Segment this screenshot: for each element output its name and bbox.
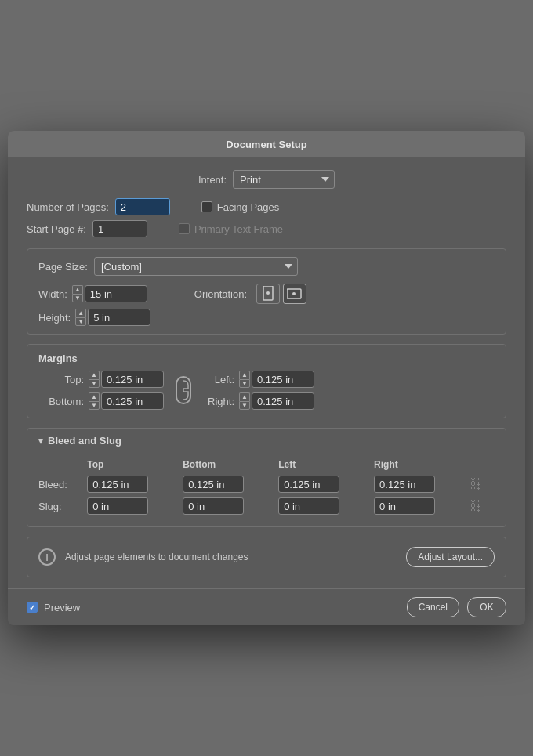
ok-button[interactable]: OK <box>467 597 506 617</box>
facing-pages-checkbox[interactable] <box>201 201 212 212</box>
adjust-layout-section: i Adjust page elements to document chang… <box>27 537 506 577</box>
dialog-footer: Preview Cancel OK <box>8 588 525 625</box>
portrait-orientation-btn[interactable] <box>256 284 280 304</box>
bleed-chain-header <box>470 456 495 473</box>
margin-left-spinner[interactable]: ▲ ▼ <box>239 371 314 388</box>
info-icon: i <box>38 548 56 566</box>
margin-left-input[interactable] <box>252 371 314 388</box>
width-up-arrow[interactable]: ▲ <box>72 285 83 294</box>
adjust-layout-button[interactable]: Adjust Layout... <box>406 547 495 567</box>
bleed-label: Bleed: <box>38 473 87 495</box>
margin-top-spinner-buttons[interactable]: ▲ ▼ <box>89 371 100 388</box>
intent-select[interactable]: Print Web Mobile <box>233 170 335 189</box>
margin-bottom-down-arrow[interactable]: ▼ <box>89 401 100 410</box>
margins-title: Margins <box>38 353 495 364</box>
margin-bottom-label: Bottom: <box>38 396 84 407</box>
slug-top-cell[interactable] <box>87 495 183 517</box>
margin-left-down-arrow[interactable]: ▼ <box>239 379 250 388</box>
width-down-arrow[interactable]: ▼ <box>72 294 83 302</box>
adjust-layout-text: Adjust page elements to document changes <box>65 551 397 564</box>
bleed-right-cell[interactable] <box>374 473 470 495</box>
margin-right-label: Right: <box>203 396 234 407</box>
primary-text-checkbox[interactable] <box>179 223 190 234</box>
intent-select-wrap[interactable]: Print Web Mobile <box>233 170 335 189</box>
bleed-left-input[interactable] <box>278 476 339 493</box>
slug-chain-icon[interactable]: ⛓ <box>470 499 482 512</box>
start-page-label: Start Page #: <box>27 223 86 235</box>
bleed-row-header-empty <box>38 456 87 473</box>
margin-top-down-arrow[interactable]: ▼ <box>89 379 100 388</box>
slug-bottom-cell[interactable] <box>183 495 278 517</box>
margin-top-up-arrow[interactable]: ▲ <box>89 371 100 379</box>
bleed-slug-chevron: ▾ <box>38 436 43 447</box>
footer-left: Preview <box>27 602 407 613</box>
margin-top-input[interactable] <box>101 371 164 388</box>
bleed-right-input[interactable] <box>374 476 435 493</box>
width-spinner-buttons[interactable]: ▲ ▼ <box>72 285 83 302</box>
slug-label: Slug: <box>38 495 87 517</box>
width-label: Width: <box>38 288 67 300</box>
height-input[interactable] <box>88 309 150 326</box>
bleed-bottom-input[interactable] <box>183 476 244 493</box>
margin-right-input[interactable] <box>252 392 314 410</box>
margin-bottom-input[interactable] <box>101 392 164 410</box>
landscape-icon <box>287 288 303 300</box>
width-spinner[interactable]: ▲ ▼ <box>72 285 147 302</box>
margin-top-spinner[interactable]: ▲ ▼ <box>89 371 164 388</box>
dialog-title: Document Setup <box>8 131 525 157</box>
start-page-input[interactable] <box>92 220 147 237</box>
bleed-top-cell[interactable] <box>87 473 183 495</box>
primary-text-wrap: Primary Text Frame <box>179 223 283 235</box>
margin-right-spinner[interactable]: ▲ ▼ <box>239 392 314 410</box>
slug-bottom-input[interactable] <box>183 497 244 515</box>
bleed-chain-cell[interactable]: ⛓ <box>470 473 495 495</box>
document-setup-dialog: Document Setup Intent: Print Web Mobile … <box>8 131 525 625</box>
preview-label: Preview <box>44 602 80 613</box>
margin-bottom-up-arrow[interactable]: ▲ <box>89 392 100 401</box>
page-size-label: Page Size: <box>38 261 88 273</box>
slug-right-cell[interactable] <box>374 495 470 517</box>
bleed-bottom-cell[interactable] <box>183 473 278 495</box>
landscape-orientation-btn[interactable] <box>283 284 306 304</box>
slug-top-input[interactable] <box>87 497 148 515</box>
margin-right-up-arrow[interactable]: ▲ <box>239 392 250 401</box>
margin-top-label: Top: <box>38 374 84 385</box>
width-input[interactable] <box>85 285 147 302</box>
preview-checkbox[interactable] <box>27 602 38 613</box>
bleed-col-left: Left <box>278 456 374 473</box>
portrait-icon <box>262 286 274 302</box>
link-icon <box>176 376 191 404</box>
bleed-slug-content: Top Bottom Left Right Bleed: <box>27 453 506 526</box>
margins-link-button[interactable] <box>173 373 194 407</box>
bleed-chain-icon[interactable]: ⛓ <box>470 477 482 490</box>
margin-bottom-spinner-buttons[interactable]: ▲ ▼ <box>89 392 100 410</box>
slug-left-cell[interactable] <box>278 495 374 517</box>
bleed-slug-title: Bleed and Slug <box>48 435 121 447</box>
margin-right-down-arrow[interactable]: ▼ <box>239 401 250 410</box>
height-down-arrow[interactable]: ▼ <box>75 317 86 326</box>
svg-point-3 <box>292 292 296 295</box>
bleed-left-cell[interactable] <box>278 473 374 495</box>
margin-bottom-spinner[interactable]: ▲ ▼ <box>89 392 164 410</box>
margin-left-spinner-buttons[interactable]: ▲ ▼ <box>239 371 250 388</box>
bleed-slug-header[interactable]: ▾ Bleed and Slug <box>27 429 506 453</box>
slug-left-input[interactable] <box>278 497 339 515</box>
slug-chain-cell[interactable]: ⛓ <box>470 495 495 517</box>
slug-right-input[interactable] <box>374 497 435 515</box>
height-up-arrow[interactable]: ▲ <box>75 309 86 317</box>
margin-left-up-arrow[interactable]: ▲ <box>239 371 250 379</box>
margin-left-label: Left: <box>203 374 234 385</box>
bleed-col-top: Top <box>87 456 183 473</box>
orientation-label: Orientation: <box>194 288 247 300</box>
height-spinner-buttons[interactable]: ▲ ▼ <box>75 309 86 326</box>
facing-pages-wrap: Facing Pages <box>201 201 280 213</box>
bleed-col-right: Right <box>374 456 470 473</box>
page-size-select[interactable]: [Custom] Letter Legal A4 A3 Tabloid <box>94 257 298 276</box>
bleed-top-input[interactable] <box>87 476 148 493</box>
bleed-row: Bleed: <box>38 473 495 495</box>
number-pages-input[interactable] <box>115 198 170 215</box>
height-spinner[interactable]: ▲ ▼ <box>75 309 150 326</box>
footer-right: Cancel OK <box>407 597 506 617</box>
margin-right-spinner-buttons[interactable]: ▲ ▼ <box>239 392 250 410</box>
cancel-button[interactable]: Cancel <box>407 597 459 617</box>
